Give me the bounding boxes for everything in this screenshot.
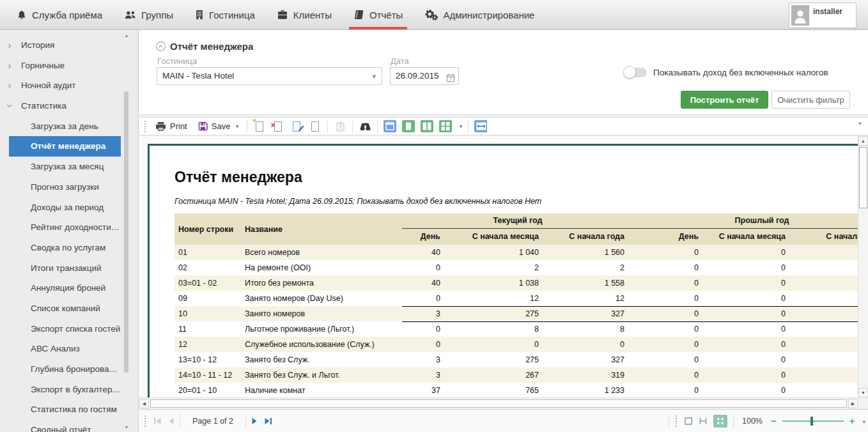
statusbar-drag-handle[interactable] [144,415,147,428]
chevron-down-icon[interactable]: ▾ [459,123,462,130]
sidebar-scrollbar-thumb[interactable] [124,91,128,373]
sidebar-item-statistics[interactable]: ›Статистика [0,96,138,116]
sidebar-item-load-forecast[interactable]: Прогноз загрузки [9,177,121,197]
row-name-cell: Наличие комнат [241,383,402,397]
build-report-button[interactable]: Построить отчёт [681,91,768,109]
value-cell: 0 [708,367,794,383]
last-page-button[interactable] [264,417,273,425]
sidebar-item-label: Рейтинг доходности з... [31,222,121,232]
col-group-current-year: Текущий год [402,213,633,228]
sidebar-item-night-audit[interactable]: ›Ночной аудит [0,75,138,96]
row-name-cell: На ремонте (OOI) [241,260,402,275]
multiple-pages-view-icon[interactable] [713,415,727,428]
sidebar-item-period-income[interactable]: Доходы за период [9,197,121,218]
zoom-slider-handle[interactable] [810,417,813,426]
view-multiple-pages-icon[interactable] [439,120,452,133]
next-page-button[interactable] [252,417,258,425]
toolbar-drag-handle[interactable] [144,120,147,133]
nav-item-groups[interactable]: Группы [124,0,173,29]
scroll-down-icon[interactable]: ▼ [123,424,130,431]
sidebar-item-booking-cancellations[interactable]: Аннуляция броней [9,278,121,298]
zoom-in-button[interactable]: + [849,415,855,426]
sidebar-scrollbar[interactable]: ▲ ▼ [123,33,130,431]
save-button[interactable]: Save ▾ [196,120,242,132]
scroll-left-icon[interactable]: ◀ [139,399,149,408]
sidebar-item-manager-report[interactable]: Отчёт менеджера [9,136,121,157]
value-cell: 1 233 [548,383,633,397]
nav-item-hotel[interactable]: Гостиница [195,0,255,29]
first-page-button[interactable] [153,417,162,425]
value-cell: 8 [548,321,633,337]
value-cell: 0 [708,275,794,291]
row-name-cell: Занято номеров (Day Use) [241,291,402,306]
chevron-down-icon[interactable]: ▾ [235,123,238,130]
collapse-panel-icon[interactable] [155,41,166,52]
view-two-pages-icon[interactable] [421,120,433,133]
app-window: Служба приёмаГруппыГостиницаКлиентыОтчёт… [0,0,868,432]
svg-text:7: 7 [449,77,452,81]
sidebar-item-guest-statistics[interactable]: Статистика по гостям [9,399,121,420]
sidebar-item-profitability-rating[interactable]: Рейтинг доходности з... [9,217,121,238]
clear-filter-button[interactable]: Очистить фильтр [771,91,850,109]
value-cell: 2 [548,260,633,275]
date-input[interactable]: 26.09.2015 7 [390,67,459,85]
toggle-knob[interactable] [623,66,636,79]
value-cell: 40 [402,275,449,291]
tax-toggle[interactable] [624,68,647,77]
value-cell: 0 [633,321,708,337]
nav-item-label: Служба приёма [32,10,102,20]
view-full-page-icon[interactable] [384,120,396,133]
nav-item-reports[interactable]: Отчёты [353,0,403,29]
sidebar-item-housekeeping[interactable]: ›Горничные [0,56,138,76]
sidebar-item-services-summary[interactable]: Сводка по услугам [9,238,121,258]
sidebar-item-company-list[interactable]: Список компаний [9,298,121,319]
row-name-cell: Служебное использование (Служ.) [241,337,402,352]
fit-page-icon[interactable] [684,417,693,426]
zoom-out-button[interactable]: − [771,415,777,426]
nav-item-clients[interactable]: Клиенты [277,0,332,29]
sidebar-item-guest-list-export[interactable]: Экспорт списка гостей [9,319,121,339]
view-single-page-icon[interactable] [402,120,415,133]
sidebar-item-abc-analysis[interactable]: АВС Анализ [9,339,121,359]
scroll-right-icon[interactable]: ▶ [848,399,858,408]
horizontal-scrollbar[interactable]: ◀ ▶ [139,397,858,409]
nav-item-reception[interactable]: Служба приёма [17,0,102,29]
edit-page-icon[interactable] [290,120,303,133]
horizontal-scrollbar-thumb[interactable] [150,399,847,408]
value-cell: 0 [708,352,794,367]
scroll-down-icon[interactable]: ▾ [862,419,865,425]
sidebar-item-history[interactable]: ›История [0,35,138,56]
report-page: Отчёт менеджера Гостиница MAIN - Tesla H… [148,144,858,397]
sidebar-item-partial-item[interactable]: Сводный отчёт [9,420,121,432]
sidebar-item-booking-depth[interactable]: Глубина бронирован... [9,359,121,380]
page-indicator: Page 1 of 2 [186,417,240,426]
fit-width-icon[interactable] [699,417,708,426]
sidebar-item-monthly-load[interactable]: Загрузка за месяц [9,157,121,177]
sidebar-item-accounting-export[interactable]: Экспорт в бухгалтерию [9,380,121,400]
previous-page-button[interactable] [167,417,174,425]
calendar-icon[interactable]: 7 [446,72,455,88]
scroll-down-icon[interactable]: ▼ [858,388,868,397]
user-badge[interactable]: installer [789,3,856,28]
print-button[interactable]: Print [153,120,190,133]
find-icon[interactable] [359,120,371,133]
zoombar-drag-handle[interactable] [675,415,678,428]
report-subtitle: Гостиница MAIN - Tesla Hotel; Дата 26.09… [174,197,858,206]
svg-text:?: ? [339,124,341,130]
sidebar-item-daily-load[interactable]: Загрузка за день [9,116,121,137]
new-page-icon[interactable]: * [253,120,266,133]
hotel-select[interactable]: MAIN - Tesla Hotel ▾ [157,67,382,85]
sidebar-item-transaction-totals[interactable]: Итоги транзакций [9,258,121,279]
vertical-scrollbar-thumb[interactable] [859,147,867,208]
toolbar-overflow-caret[interactable]: ▾ [858,120,862,127]
vertical-scrollbar[interactable]: ▲ ▼ [858,136,868,397]
statusbar-separator [669,414,669,428]
zoom-slider[interactable] [782,420,844,422]
page-setup-icon[interactable] [309,120,322,133]
page-width-icon[interactable] [474,120,487,133]
scroll-up-icon[interactable]: ▲ [123,33,130,39]
nav-item-administration[interactable]: Администрирование [424,0,534,29]
scroll-up-icon[interactable]: ▲ [858,136,868,146]
delete-page-icon[interactable]: × [272,120,284,133]
chevron-right-icon: › [8,56,12,76]
